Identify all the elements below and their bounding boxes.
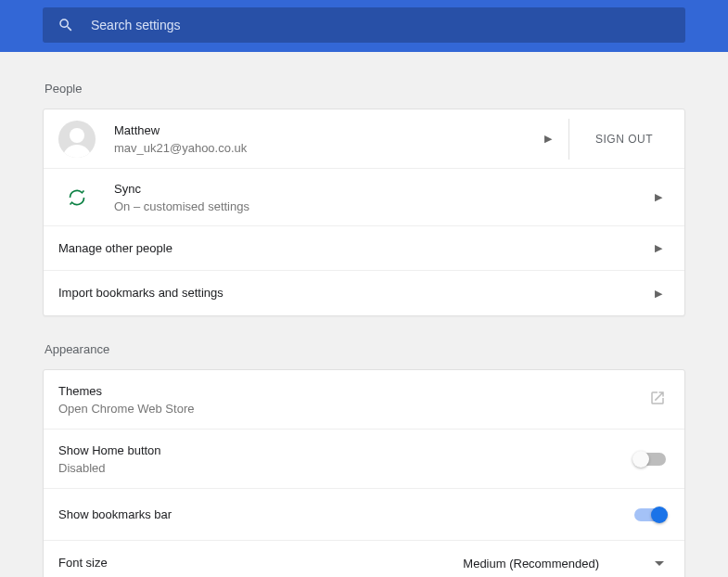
sign-out-button[interactable]: SIGN OUT [579,133,670,146]
search-icon [57,17,74,33]
appearance-section-title: Appearance [45,342,685,356]
svg-point-0 [70,128,84,143]
sync-status: On – customised settings [114,199,249,215]
themes-row[interactable]: Themes Open Chrome Web Store [44,370,684,430]
manage-people-label: Manage other people [58,239,172,258]
import-row[interactable]: Import bookmarks and settings ▶ [44,271,684,315]
home-button-row: Show Home button Disabled [44,430,684,489]
svg-point-1 [63,145,91,158]
font-size-select[interactable]: Medium (Recommended) [457,553,670,574]
manage-people-row[interactable]: Manage other people ▶ [44,226,684,271]
bookmarks-bar-title: Show bookmarks bar [58,506,172,524]
appearance-card: Themes Open Chrome Web Store Show Home b… [43,369,685,577]
chevron-right-icon: ▶ [537,133,559,145]
sync-title: Sync [114,180,249,199]
font-size-title: Font size [58,554,108,572]
themes-sub: Open Chrome Web Store [58,401,194,417]
people-card: Matthew mav_uk21@yahoo.co.uk ▶ SIGN OUT … [43,109,685,316]
open-external-icon [649,390,666,409]
people-section-title: People [45,82,685,96]
bookmarks-bar-row: Show bookmarks bar [44,489,684,541]
home-button-sub: Disabled [58,460,161,477]
home-button-title: Show Home button [58,442,161,460]
account-row[interactable]: Matthew mav_uk21@yahoo.co.uk ▶ SIGN OUT [44,109,684,169]
chevron-right-icon: ▶ [647,191,670,203]
font-size-value: Medium (Recommended) [463,557,599,571]
sync-row[interactable]: Sync On – customised settings ▶ [44,169,684,226]
sync-icon [58,179,96,216]
header-bar [0,0,728,52]
chevron-right-icon: ▶ [647,242,670,254]
divider [568,119,569,160]
home-button-toggle[interactable] [634,453,666,466]
search-input[interactable] [91,18,671,32]
content: People Matthew mav_uk21@yahoo.co.uk ▶ SI… [0,52,728,577]
dropdown-icon [655,561,664,566]
themes-title: Themes [58,382,194,401]
font-size-row: Font size Medium (Recommended) [44,541,684,577]
chevron-right-icon: ▶ [647,288,670,300]
avatar [58,121,96,158]
account-email: mav_uk21@yahoo.co.uk [114,140,247,157]
import-label: Import bookmarks and settings [58,284,224,302]
account-name: Matthew [114,122,247,140]
search-bar[interactable] [43,7,685,43]
bookmarks-bar-toggle[interactable] [634,508,666,521]
